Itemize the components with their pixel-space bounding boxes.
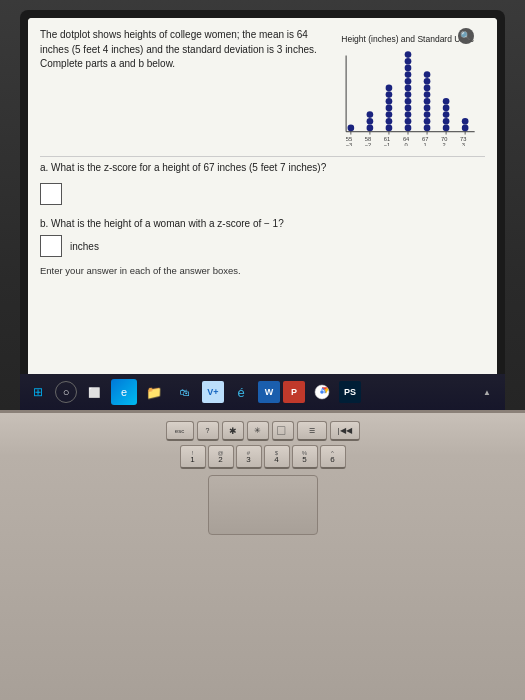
- svg-point-5: [366, 111, 373, 118]
- svg-point-16: [404, 105, 411, 112]
- svg-point-7: [385, 118, 392, 125]
- svg-point-22: [404, 65, 411, 72]
- f6-key[interactable]: |◀◀: [330, 421, 360, 441]
- word-icon[interactable]: W: [258, 381, 280, 403]
- key-hash[interactable]: # 3: [236, 445, 262, 469]
- svg-text:−1: −1: [383, 142, 390, 146]
- edge-icon[interactable]: e: [111, 379, 137, 405]
- svg-point-21: [404, 71, 411, 78]
- svg-text:2: 2: [442, 142, 445, 146]
- laptop-body: The dotplot shows heights of college wom…: [0, 0, 525, 700]
- key-percent[interactable]: % 5: [292, 445, 318, 469]
- svg-point-35: [442, 118, 449, 125]
- parts-area: a. What is the z-score for a height of 6…: [28, 157, 497, 282]
- chrome-icon[interactable]: [308, 378, 336, 406]
- part-a-label: a. What is the z-score for a height of 6…: [40, 161, 485, 175]
- system-tray-arrow[interactable]: ▲: [473, 378, 501, 406]
- part-b-label: b. What is the height of a woman with a …: [40, 217, 485, 231]
- screen-bezel: The dotplot shows heights of college wom…: [20, 10, 505, 430]
- esc-key[interactable]: esc: [166, 421, 194, 441]
- svg-point-38: [442, 98, 449, 105]
- taskbar-search-button[interactable]: ○: [55, 381, 77, 403]
- question-area: The dotplot shows heights of college wom…: [28, 18, 497, 156]
- svg-point-14: [404, 118, 411, 125]
- part-b-answer-box[interactable]: [40, 235, 62, 257]
- dotplot-chart: 55 58 61 64 67 70 73 −3 −2 −1 0 1 2: [333, 46, 483, 146]
- svg-point-24: [404, 51, 411, 58]
- fn-key-row: esc ? ✱ ✳ ⃞ ☰ |◀◀: [25, 421, 500, 441]
- svg-point-36: [442, 111, 449, 118]
- svg-point-11: [385, 91, 392, 98]
- key-caret[interactable]: ^ 6: [320, 445, 346, 469]
- taskbar: ⊞ ○ ⬜ e 📁 🛍 V+ é W P PS: [20, 374, 505, 410]
- svg-point-2: [347, 125, 354, 132]
- svg-point-27: [423, 111, 430, 118]
- f5-key[interactable]: ☰: [297, 421, 327, 441]
- svg-point-6: [385, 125, 392, 132]
- svg-point-31: [423, 85, 430, 92]
- chart-title: Height (inches) and Standard Units: [341, 34, 473, 44]
- f2-key[interactable]: ✱: [222, 421, 244, 441]
- ppt-icon[interactable]: P: [283, 381, 305, 403]
- svg-point-37: [442, 105, 449, 112]
- key-at[interactable]: @ 2: [208, 445, 234, 469]
- svg-point-20: [404, 78, 411, 85]
- svg-point-10: [385, 98, 392, 105]
- svg-point-18: [404, 91, 411, 98]
- ps-icon[interactable]: PS: [339, 381, 361, 403]
- svg-point-17: [404, 98, 411, 105]
- svg-point-19: [404, 85, 411, 92]
- chart-area: Height (inches) and Standard Units 🔍: [330, 28, 485, 150]
- search-icon[interactable]: 🔍: [458, 28, 474, 44]
- svg-point-40: [461, 118, 468, 125]
- f1-key[interactable]: ?: [197, 421, 219, 441]
- vb-icon[interactable]: V+: [202, 381, 224, 403]
- touchpad[interactable]: [208, 475, 318, 535]
- svg-point-28: [423, 105, 430, 112]
- ie-icon[interactable]: é: [227, 378, 255, 406]
- inches-label: inches: [70, 241, 99, 252]
- svg-point-4: [366, 118, 373, 125]
- svg-point-39: [461, 125, 468, 132]
- svg-point-15: [404, 111, 411, 118]
- keyboard-area: esc ? ✱ ✳ ⃞ ☰ |◀◀ ! 1 @: [0, 410, 525, 700]
- svg-point-23: [404, 58, 411, 65]
- svg-point-3: [366, 125, 373, 132]
- answer-hint: Enter your answer in each of the answer …: [40, 265, 485, 276]
- number-key-row: ! 1 @ 2 # 3: [25, 445, 500, 469]
- svg-point-8: [385, 111, 392, 118]
- folder-icon[interactable]: 📁: [140, 378, 168, 406]
- inches-row: inches: [40, 235, 485, 257]
- question-text: The dotplot shows heights of college wom…: [40, 28, 320, 150]
- svg-text:0: 0: [404, 142, 407, 146]
- svg-point-9: [385, 105, 392, 112]
- svg-point-32: [423, 78, 430, 85]
- svg-point-12: [385, 85, 392, 92]
- f4-key[interactable]: ⃞: [272, 421, 294, 441]
- key-dollar[interactable]: $ 4: [264, 445, 290, 469]
- svg-text:−3: −3: [345, 142, 352, 146]
- svg-text:1: 1: [423, 142, 426, 146]
- svg-point-26: [423, 118, 430, 125]
- part-a-answer-box[interactable]: [40, 183, 62, 205]
- keyboard-deck: esc ? ✱ ✳ ⃞ ☰ |◀◀ ! 1 @: [0, 413, 525, 545]
- svg-point-13: [404, 125, 411, 132]
- f3-key[interactable]: ✳: [247, 421, 269, 441]
- screen-content: The dotplot shows heights of college wom…: [28, 18, 497, 422]
- svg-point-30: [423, 91, 430, 98]
- svg-point-64: [320, 390, 324, 394]
- store-icon[interactable]: 🛍: [171, 378, 199, 406]
- taskview-button[interactable]: ⬜: [80, 378, 108, 406]
- key-exclaim[interactable]: ! 1: [180, 445, 206, 469]
- windows-icon[interactable]: ⊞: [24, 378, 52, 406]
- svg-point-34: [442, 125, 449, 132]
- svg-point-33: [423, 71, 430, 78]
- svg-text:−2: −2: [364, 142, 371, 146]
- svg-point-29: [423, 98, 430, 105]
- svg-point-25: [423, 125, 430, 132]
- svg-text:3: 3: [461, 142, 464, 146]
